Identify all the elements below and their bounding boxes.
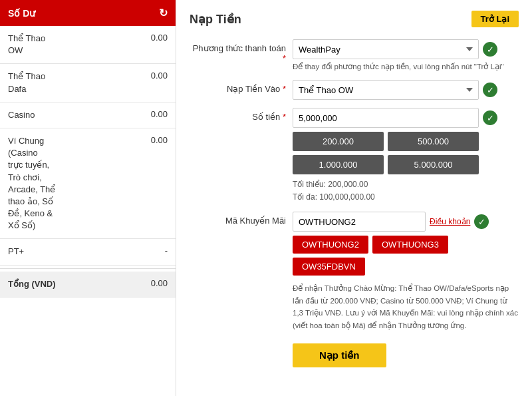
main-header: Nạp Tiền Trở Lại [190,11,519,27]
deposit-to-content: Thể Thao OW ✓ [293,80,519,100]
promo-buttons: OWTHUONG2 OWTHUONG3 OW35FDBVN [293,236,479,276]
amount-row: Số tiền * ✓ 200.000 500.000 1.000.000 5.… [190,108,519,204]
total-value: 0.00 [151,278,168,288]
promo-btn-owthuong3[interactable]: OWTHUONG3 [372,236,448,254]
sidebar-item-value: - [165,246,168,256]
amount-btn-5000[interactable]: 5.000.000 [388,155,479,174]
sidebar-total: Tổng (VND) 0.00 [0,272,176,297]
deposit-to-row: Nạp Tiền Vào * Thể Thao OW ✓ [190,80,519,100]
sidebar-item-value: 0.00 [151,109,168,119]
page-title: Nạp Tiền [190,12,241,27]
sidebar-item-label: PT+ [8,246,24,258]
payment-select[interactable]: WealthPay [293,39,479,59]
refresh-icon[interactable]: ↻ [159,7,168,19]
min-limit: Tối thiểu: 200,000.00 [293,178,519,191]
total-label: Tổng (VND) [8,278,56,290]
amount-input-wrapper: ✓ [293,108,519,128]
sidebar-item-the-thao-ow: Thể ThaoOW 0.00 [0,26,176,64]
amount-input[interactable] [293,108,479,128]
max-limit: Tối đa: 100,000,000.00 [293,191,519,204]
sidebar-item-label: Ví Chung(Casinotrực tuyến,Trò chơi,Arcad… [8,135,55,232]
divider [0,268,176,269]
amount-label: Số tiền * [190,108,293,122]
amount-btn-500[interactable]: 500.000 [388,132,479,151]
promo-input-row: Điều khoản ✓ [293,212,519,232]
back-button[interactable]: Trở Lại [471,11,519,27]
payment-hint: Để thay đổi phương thức nạp tiền, vui lò… [293,61,519,72]
sidebar-item-vi-chung: Ví Chung(Casinotrực tuyến,Trò chơi,Arcad… [0,128,176,240]
amount-content: ✓ 200.000 500.000 1.000.000 5.000.000 Tố… [293,108,519,204]
sidebar-item-label: Casino [8,109,35,121]
promo-btn-owthuong2[interactable]: OWTHUONG2 [293,236,368,254]
sidebar-item-value: 0.00 [151,135,168,145]
payment-select-wrapper: WealthPay ✓ [293,39,519,59]
promo-label: Mã Khuyến Mãi [190,212,293,226]
sidebar-item-value: 0.00 [151,71,168,81]
sidebar-item-value: 0.00 [151,33,168,43]
promo-terms-link[interactable]: Điều khoản [430,217,470,226]
promo-btn-ow35fdbvn[interactable]: OW35FDBVN [293,258,365,276]
amount-btn-200[interactable]: 200.000 [293,132,384,151]
sidebar-item-label: Thể ThaoDafa [8,71,45,95]
submit-button[interactable]: Nạp tiền [293,343,386,367]
payment-content: WealthPay ✓ Để thay đổi phương thức nạp … [293,39,519,72]
sidebar-item-label: Thể ThaoOW [8,33,45,57]
deposit-to-label: Nạp Tiền Vào * [190,80,293,94]
deposit-to-select[interactable]: Thể Thao OW [293,80,479,100]
promo-check-icon: ✓ [474,214,489,229]
submit-row: Nạp tiền [190,343,519,367]
promo-input[interactable] [293,212,426,232]
sidebar-header: Số Dư ↻ [0,0,176,26]
deposit-to-check-icon: ✓ [483,83,497,97]
payment-check-icon: ✓ [483,42,497,57]
deposit-to-select-wrapper: Thể Thao OW ✓ [293,80,519,100]
payment-label: Phương thức thanh toán * [190,39,293,63]
limit-text: Tối thiểu: 200,000.00 Tối đa: 100,000,00… [293,178,519,204]
sidebar-item-casino: Casino 0.00 [0,102,176,128]
sidebar-item-pt-plus: PT+ - [0,239,176,265]
amount-buttons: 200.000 500.000 1.000.000 5.000.000 [293,132,479,174]
sidebar-item-the-thao-dafa: Thể ThaoDafa 0.00 [0,64,176,102]
promo-content: Điều khoản ✓ OWTHUONG2 OWTHUONG3 OW35FDB… [293,212,519,331]
sidebar-title: Số Dư [8,8,35,19]
promo-row: Mã Khuyến Mãi Điều khoản ✓ OWTHUONG2 OWT… [190,212,519,331]
sidebar: Số Dư ↻ Thể ThaoOW 0.00 Thể ThaoDafa 0.0… [0,0,176,396]
main-content: Nạp Tiền Trở Lại Phương thức thanh toán … [176,0,532,396]
promo-description: Để nhận Thưởng Chào Mừng: Thể Thao OW/Da… [293,282,519,331]
payment-method-row: Phương thức thanh toán * WealthPay ✓ Để … [190,39,519,72]
amount-check-icon: ✓ [483,110,497,125]
amount-btn-1000[interactable]: 1.000.000 [293,155,384,174]
